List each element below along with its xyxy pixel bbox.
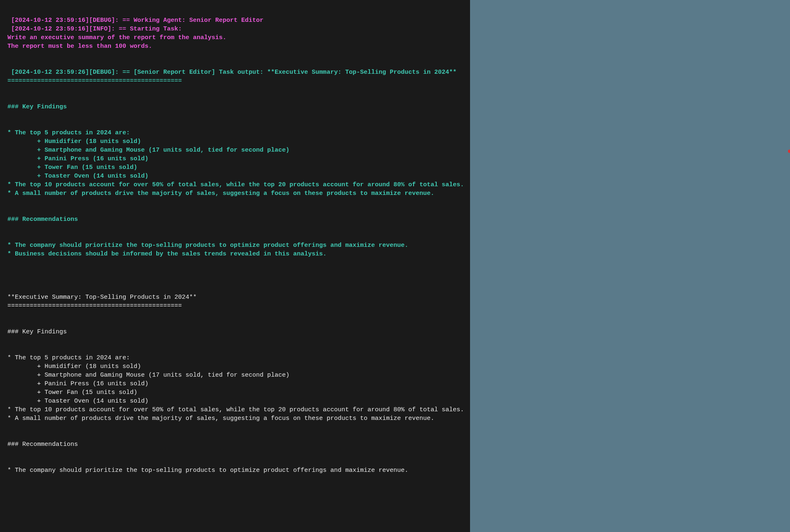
recommendations-heading: ### Recommendations <box>7 216 78 223</box>
blank-line <box>7 310 463 319</box>
task-description-line: Write an executive summary of the report… <box>7 34 226 41</box>
blank-line <box>7 276 463 284</box>
recommendation-item: * The company should prioritize the top-… <box>7 242 408 249</box>
finding-item: * A small number of products drive the m… <box>7 190 434 197</box>
blank-line <box>7 85 463 94</box>
terminal-output[interactable]: [2024-10-12 23:59:16][DEBUG]: == Working… <box>0 0 470 532</box>
product-item: + Smartphone and Gaming Mouse (17 units … <box>7 147 289 154</box>
blank-line <box>7 423 463 431</box>
top-products-intro: * The top 5 products in 2024 are: <box>7 129 130 136</box>
blank-line <box>7 198 463 206</box>
product-item: + Humidifier (18 units sold) <box>7 138 141 145</box>
log-debug-line: [2024-10-12 23:59:16][DEBUG]: == Working… <box>7 17 263 24</box>
blank-line <box>7 336 463 345</box>
product-item: + Tower Fan (15 units sold) <box>7 164 137 171</box>
recommendation-item: * Business decisions should be informed … <box>7 251 327 258</box>
blank-line <box>7 111 463 120</box>
top-products-intro: * The top 5 products in 2024 are: <box>7 354 130 361</box>
blank-line <box>7 258 463 267</box>
side-panel <box>470 0 790 532</box>
finding-item: * A small number of products drive the m… <box>7 415 434 422</box>
log-info-line: [2024-10-12 23:59:16][INFO]: == Starting… <box>7 26 182 33</box>
product-item: + Tower Fan (15 units sold) <box>7 389 137 396</box>
product-item: + Toaster Oven (14 units sold) <box>7 398 148 405</box>
separator-line: ========================================… <box>7 77 182 84</box>
finding-item: * The top 10 products account for over 5… <box>7 406 464 413</box>
separator-line: ========================================… <box>7 302 182 309</box>
recommendation-item: * The company should prioritize the top-… <box>7 467 408 474</box>
summary-title: **Executive Summary: Top-Selling Product… <box>7 294 197 301</box>
product-item: + Panini Press (16 units sold) <box>7 380 148 387</box>
key-findings-heading: ### Key Findings <box>7 328 67 335</box>
task-constraint-line: The report must be less than 100 words. <box>7 43 152 50</box>
product-item: + Humidifier (18 units sold) <box>7 363 141 370</box>
recommendations-heading: ### Recommendations <box>7 441 78 448</box>
key-findings-heading: ### Key Findings <box>7 103 67 110</box>
finding-item: * The top 10 products account for over 5… <box>7 181 464 188</box>
blank-line <box>7 449 463 457</box>
product-item: + Panini Press (16 units sold) <box>7 155 148 162</box>
breakpoint-indicator-icon[interactable] <box>788 150 790 153</box>
blank-line <box>7 224 463 232</box>
task-output-header: [2024-10-12 23:59:26][DEBUG]: == [Senior… <box>7 69 456 76</box>
blank-line <box>7 51 463 59</box>
product-item: + Smartphone and Gaming Mouse (17 units … <box>7 372 289 379</box>
product-item: + Toaster Oven (14 units sold) <box>7 173 148 180</box>
